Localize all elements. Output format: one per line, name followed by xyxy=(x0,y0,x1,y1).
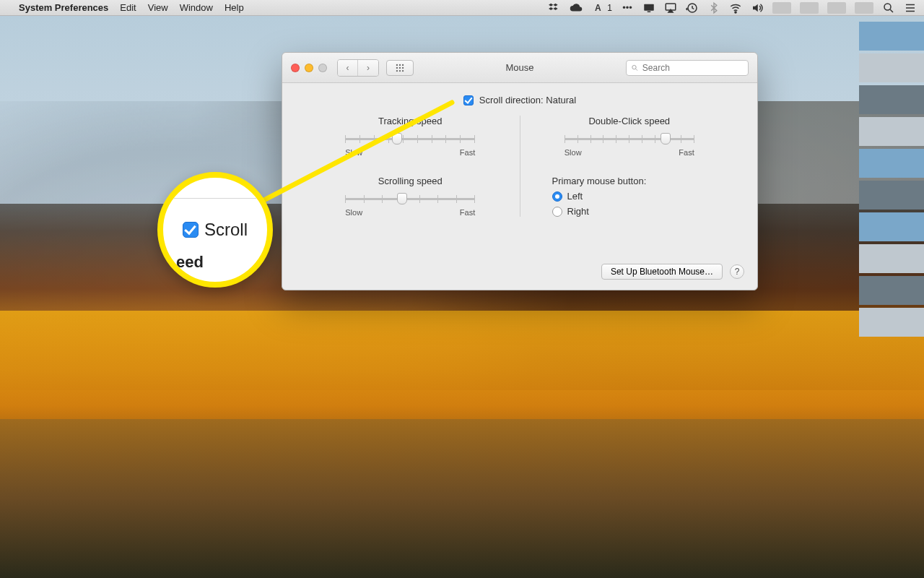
airplay-icon[interactable] xyxy=(664,1,677,14)
tracking-fast-label: Fast xyxy=(460,148,475,157)
callout-fragment-text: eed xyxy=(176,253,204,272)
primary-right-label: Right xyxy=(567,206,589,217)
wifi-icon[interactable] xyxy=(729,1,742,14)
window-title: Mouse xyxy=(414,62,626,73)
svg-point-11 xyxy=(402,66,404,68)
scrolling-fast-label: Fast xyxy=(460,208,475,217)
svg-point-7 xyxy=(399,64,401,65)
svg-point-12 xyxy=(396,69,398,71)
menu-obscured-item xyxy=(855,2,873,14)
volume-icon[interactable] xyxy=(751,1,764,14)
scroll-direction-checkbox[interactable] xyxy=(463,95,474,105)
display-icon[interactable] xyxy=(642,1,655,14)
menu-bar: System Preferences Edit View Window Help… xyxy=(0,0,924,16)
doubleclick-slow-label: Slow xyxy=(565,148,582,157)
menu-obscured-item xyxy=(800,2,819,14)
primary-left-label: Left xyxy=(567,191,583,202)
window-titlebar: ‹ › Mouse xyxy=(282,53,757,83)
notification-center-icon[interactable] xyxy=(904,1,917,14)
svg-point-6 xyxy=(396,64,398,65)
svg-point-15 xyxy=(632,65,636,69)
bluetooth-icon[interactable] xyxy=(707,1,720,14)
menu-obscured-item xyxy=(827,2,846,14)
more-icon[interactable]: ••• xyxy=(621,1,634,14)
spotlight-icon[interactable] xyxy=(882,1,895,14)
help-button[interactable]: ? xyxy=(730,264,744,279)
menu-edit[interactable]: Edit xyxy=(120,2,136,13)
svg-point-8 xyxy=(402,64,404,65)
mouse-preferences-window: ‹ › Mouse Scroll direction: Natural Trac… xyxy=(282,52,758,290)
obscured-region xyxy=(859,22,924,337)
nav-back-forward: ‹ › xyxy=(337,59,379,77)
primary-left-radio[interactable]: Left xyxy=(552,191,589,202)
svg-point-5 xyxy=(884,4,891,10)
scrolling-slow-label: Slow xyxy=(345,208,362,217)
menu-window[interactable]: Window xyxy=(180,2,213,13)
doubleclick-fast-label: Fast xyxy=(679,148,694,157)
search-input[interactable] xyxy=(642,63,744,73)
column-divider xyxy=(520,116,520,217)
search-field-wrap[interactable] xyxy=(626,60,749,76)
setup-bluetooth-mouse-button[interactable]: Set Up Bluetooth Mouse… xyxy=(601,264,723,280)
scrolling-speed-label: Scrolling speed xyxy=(378,176,443,186)
tracking-speed-slider[interactable] xyxy=(345,131,475,147)
menu-app-name[interactable]: System Preferences xyxy=(19,2,108,13)
menu-help[interactable]: Help xyxy=(225,2,244,13)
svg-point-10 xyxy=(399,66,401,68)
svg-rect-0 xyxy=(644,4,654,10)
primary-button-label: Primary mouse button: xyxy=(552,176,647,186)
dropbox-icon[interactable] xyxy=(548,1,561,14)
radio-dot-icon xyxy=(552,207,562,217)
nav-back-button[interactable]: ‹ xyxy=(338,60,358,76)
callout-checkbox-icon xyxy=(183,222,199,238)
doubleclick-speed-label: Double-Click speed xyxy=(588,116,670,126)
svg-rect-1 xyxy=(648,11,651,12)
scroll-direction-label: Scroll direction: Natural xyxy=(479,95,576,105)
svg-point-9 xyxy=(396,66,398,68)
tracking-speed-label: Tracking speed xyxy=(378,116,442,126)
window-close-button[interactable] xyxy=(291,64,300,72)
callout-magnifier: Scroll eed xyxy=(157,172,273,288)
nav-forward-button[interactable]: › xyxy=(358,60,378,76)
tracking-slow-label: Slow xyxy=(345,148,362,157)
scrolling-speed-slider[interactable] xyxy=(345,191,475,207)
svg-point-13 xyxy=(399,69,401,71)
doubleclick-speed-slider[interactable] xyxy=(565,131,694,147)
menu-view[interactable]: View xyxy=(148,2,168,13)
svg-point-4 xyxy=(735,11,736,12)
adobe-icon[interactable]: A xyxy=(591,1,604,14)
show-all-button[interactable] xyxy=(386,60,414,76)
window-zoom-button xyxy=(318,64,327,72)
cloud-icon[interactable] xyxy=(570,1,583,14)
radio-dot-icon xyxy=(552,191,562,202)
primary-right-radio[interactable]: Right xyxy=(552,206,589,217)
menu-obscured-item xyxy=(772,2,791,14)
adobe-badge-count: 1 xyxy=(607,3,612,13)
svg-point-14 xyxy=(402,69,404,71)
window-minimize-button[interactable] xyxy=(305,64,313,72)
timemachine-icon[interactable] xyxy=(686,1,699,14)
search-icon xyxy=(631,64,639,72)
callout-text: Scroll xyxy=(204,220,248,240)
